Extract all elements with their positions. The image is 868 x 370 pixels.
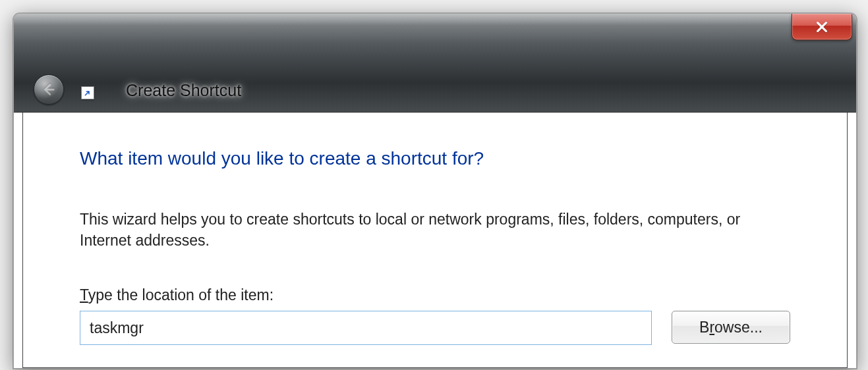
- window-title: Create Shortcut: [126, 81, 241, 100]
- back-button[interactable]: [34, 74, 64, 105]
- location-input[interactable]: [80, 311, 652, 345]
- browse-label-pre: B: [699, 319, 709, 336]
- close-button[interactable]: [792, 14, 852, 40]
- location-row: Browse...: [80, 311, 790, 345]
- wizard-heading: What item would you like to create a sho…: [80, 148, 790, 169]
- titlebar: Create Shortcut: [14, 14, 856, 113]
- location-label-text: ype the location of the item:: [88, 286, 274, 304]
- back-arrow-icon: [42, 82, 56, 97]
- wizard-body: What item would you like to create a sho…: [22, 113, 848, 368]
- browse-label-accel: r: [709, 319, 714, 336]
- shortcut-icon: [81, 86, 94, 99]
- browse-label-rest: owse...: [714, 319, 763, 336]
- location-label: Type the location of the item:: [80, 286, 790, 304]
- create-shortcut-window: Create Shortcut What item would you like…: [13, 13, 857, 369]
- browse-button[interactable]: Browse...: [672, 311, 790, 344]
- close-icon: [815, 20, 829, 34]
- wizard-description: This wizard helps you to create shortcut…: [80, 209, 790, 251]
- location-label-accel: T: [80, 286, 88, 304]
